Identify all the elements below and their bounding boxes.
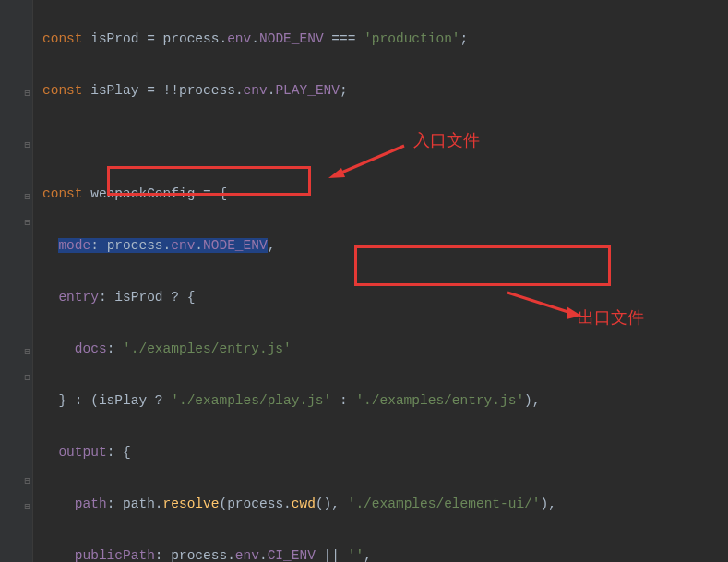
code-line: const isProd = process.env.NODE_ENV === … [42, 26, 728, 52]
fold-icon[interactable]: ⊟ [22, 476, 32, 486]
annotation-label-entry: 入口文件 [413, 127, 480, 153]
code-line: mode: process.env.NODE_ENV, [42, 233, 728, 258]
fold-icon[interactable]: ⊟ [22, 347, 32, 357]
code-line: const isPlay = !!process.env.PLAY_ENV; [42, 78, 728, 103]
fold-icon[interactable]: ⊟ [22, 140, 32, 150]
fold-icon[interactable]: ⊟ [22, 192, 32, 202]
code-line: docs: './examples/entry.js' [42, 336, 728, 362]
fold-icon[interactable]: ⊟ [22, 502, 32, 512]
fold-icon[interactable]: ⊟ [22, 373, 32, 383]
fold-icon[interactable]: ⊟ [22, 218, 32, 228]
code-line: output: { [42, 439, 728, 465]
code-line: const webpackConfig = { [42, 181, 728, 207]
code-line [42, 129, 728, 155]
code-line: } : (isPlay ? './examples/play.js' : './… [42, 388, 728, 413]
code-line: publicPath: process.env.CI_ENV || '', [42, 543, 728, 562]
code-line: path: path.resolve(process.cwd(), './exa… [42, 491, 728, 517]
gutter: ⊟ ⊟ ⊟ ⊟ ⊟ ⊟ ⊟ ⊟ [0, 0, 33, 562]
code-editor[interactable]: const isProd = process.env.NODE_ENV === … [42, 0, 728, 562]
fold-icon[interactable]: ⊟ [22, 89, 32, 99]
annotation-label-output: 出口文件 [578, 305, 644, 330]
